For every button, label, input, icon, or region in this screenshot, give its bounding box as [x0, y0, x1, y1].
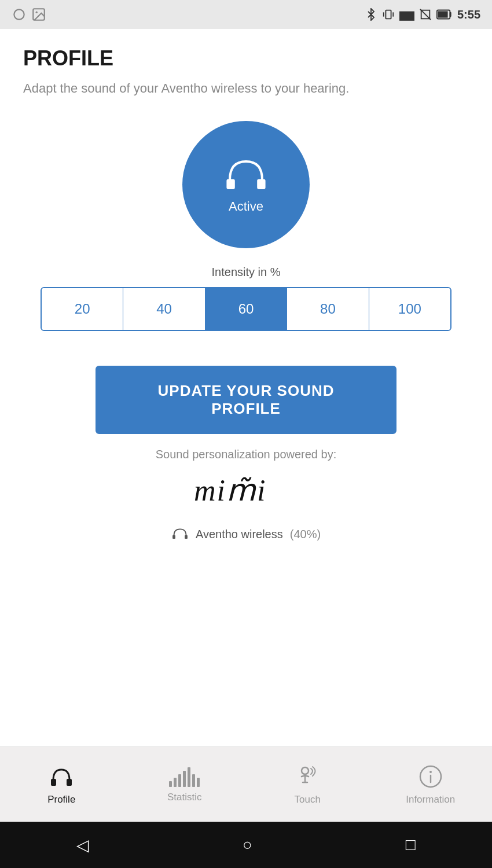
- headphone-container: Active: [23, 121, 469, 248]
- update-btn-container: UPDATE YOUR SOUND PROFILE: [23, 366, 469, 434]
- device-percent: (40%): [290, 528, 321, 541]
- recent-button[interactable]: □: [406, 836, 416, 854]
- svg-point-19: [302, 767, 309, 774]
- status-bar: 5:55: [0, 0, 492, 29]
- mimi-brand-svg: mim̃i: [188, 467, 304, 507]
- headphone-circle[interactable]: Active: [182, 121, 310, 248]
- svg-rect-17: [51, 779, 56, 786]
- device-info: Aventho wireless (40%): [23, 527, 469, 542]
- intensity-cell-100[interactable]: 100: [369, 288, 450, 330]
- intensity-cell-40[interactable]: 40: [123, 288, 205, 330]
- svg-rect-3: [385, 10, 391, 19]
- intensity-cell-80[interactable]: 80: [287, 288, 369, 330]
- sun-icon: [12, 7, 27, 22]
- touch-icon: [295, 764, 320, 789]
- nav-item-information[interactable]: Information: [369, 747, 493, 822]
- nav-label-information: Information: [406, 794, 455, 806]
- headphone-status-label: Active: [229, 199, 263, 214]
- nav-label-statistic: Statistic: [167, 792, 202, 803]
- status-time: 5:55: [457, 8, 480, 21]
- device-name: Aventho wireless: [196, 528, 283, 541]
- intensity-cell-20[interactable]: 20: [42, 288, 123, 330]
- system-nav-bar: ◁ ○ □: [0, 822, 492, 868]
- intensity-grid: 20 40 60 80 100: [41, 287, 451, 331]
- mimi-logo: mim̃i: [23, 467, 469, 516]
- nav-label-touch: Touch: [295, 794, 321, 806]
- device-headphone-icon: [171, 527, 189, 542]
- bottom-nav: Profile Statistic Touch: [0, 746, 492, 822]
- information-icon: [418, 764, 443, 789]
- bluetooth-icon: [365, 8, 377, 21]
- profile-icon: [49, 764, 74, 789]
- wifi-icon: [399, 8, 414, 21]
- intensity-label: Intensity in %: [23, 266, 469, 279]
- battery-icon: [436, 8, 453, 21]
- svg-text:mim̃i: mim̃i: [194, 474, 266, 507]
- svg-point-2: [36, 12, 38, 13]
- signal-off-icon: [419, 8, 432, 21]
- powered-by-label: Sound personalization powered by:: [23, 448, 469, 461]
- svg-rect-12: [226, 179, 234, 189]
- nav-item-touch[interactable]: Touch: [246, 747, 369, 822]
- main-content: PROFILE Adapt the sound of your Aventho …: [0, 29, 492, 746]
- home-button[interactable]: ○: [243, 836, 252, 854]
- update-sound-profile-button[interactable]: UPDATE YOUR SOUND PROFILE: [96, 366, 396, 434]
- svg-rect-15: [172, 535, 175, 539]
- svg-rect-10: [438, 11, 448, 17]
- image-icon: [31, 7, 46, 22]
- status-bar-right: 5:55: [365, 8, 480, 21]
- nav-item-statistic[interactable]: Statistic: [123, 747, 247, 822]
- page-title: PROFILE: [23, 46, 469, 71]
- svg-marker-6: [399, 12, 414, 21]
- svg-point-21: [429, 771, 432, 773]
- nav-label-profile: Profile: [47, 794, 75, 806]
- back-button[interactable]: ◁: [76, 836, 89, 855]
- svg-rect-16: [185, 535, 188, 539]
- vibrate-icon: [382, 8, 395, 21]
- status-bar-left: [12, 7, 46, 22]
- headphone-icon: [223, 155, 269, 196]
- page-subtitle: Adapt the sound of your Aventho wireless…: [23, 80, 469, 98]
- svg-point-0: [14, 9, 24, 19]
- statistic-icon: [169, 766, 200, 787]
- svg-rect-13: [257, 179, 265, 189]
- intensity-cell-60[interactable]: 60: [205, 288, 287, 330]
- nav-item-profile[interactable]: Profile: [0, 747, 123, 822]
- svg-rect-18: [67, 779, 72, 786]
